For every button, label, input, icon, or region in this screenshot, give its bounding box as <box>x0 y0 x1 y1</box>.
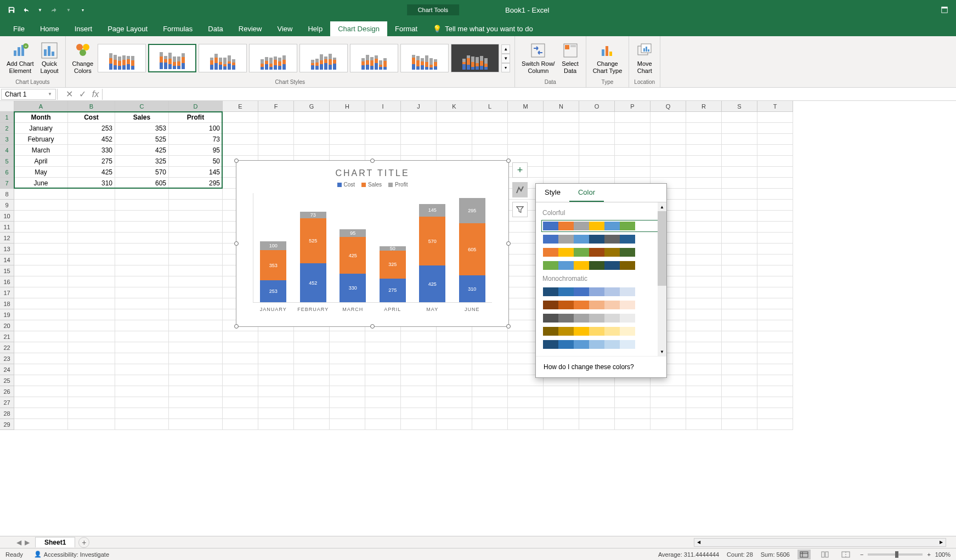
cell-B9[interactable] <box>68 200 115 211</box>
cell-G23[interactable] <box>294 353 330 364</box>
cell-A24[interactable] <box>14 364 68 375</box>
cell-R2[interactable] <box>686 123 722 134</box>
tab-help[interactable]: Help <box>300 21 330 36</box>
cell-A23[interactable] <box>14 353 68 364</box>
cell-F2[interactable] <box>258 123 294 134</box>
cell-H22[interactable] <box>330 342 365 353</box>
cell-D16[interactable] <box>169 276 223 287</box>
cell-A29[interactable] <box>14 419 68 430</box>
cell-B25[interactable] <box>68 375 115 386</box>
tab-chart-design[interactable]: Chart Design <box>330 21 387 36</box>
cell-M1[interactable] <box>508 112 544 123</box>
col-header-F[interactable]: F <box>258 101 294 112</box>
cell-G21[interactable] <box>294 331 330 342</box>
cell-L21[interactable] <box>472 331 508 342</box>
cell-P6[interactable] <box>615 167 650 178</box>
cell-E22[interactable] <box>223 342 258 353</box>
cell-R5[interactable] <box>686 156 722 167</box>
cell-J3[interactable] <box>401 134 437 145</box>
cell-T4[interactable] <box>757 145 793 156</box>
cell-C27[interactable] <box>115 397 169 408</box>
cell-D28[interactable] <box>169 408 223 419</box>
cell-C28[interactable] <box>115 408 169 419</box>
col-header-J[interactable]: J <box>401 101 437 112</box>
cell-A10[interactable] <box>14 211 68 222</box>
chart-styles-button[interactable] <box>512 182 528 197</box>
cell-C17[interactable] <box>115 287 169 298</box>
cell-Q27[interactable] <box>650 397 686 408</box>
chart-elements-button[interactable]: + <box>512 162 528 178</box>
resize-handle-tr[interactable] <box>506 159 511 163</box>
select-all-cells[interactable] <box>0 101 14 112</box>
cell-S22[interactable] <box>722 342 757 353</box>
cell-F26[interactable] <box>258 386 294 397</box>
formula-input[interactable] <box>102 89 956 100</box>
cell-R4[interactable] <box>686 145 722 156</box>
bar-sales-0[interactable]: 353 <box>260 250 286 280</box>
row-header-14[interactable]: 14 <box>0 254 14 265</box>
cell-B2[interactable]: 253 <box>68 123 115 134</box>
bar-profit-3[interactable]: 50 <box>380 246 406 251</box>
cell-P1[interactable] <box>615 112 650 123</box>
cell-R16[interactable] <box>686 276 722 287</box>
color-scheme-colorful-2[interactable] <box>541 246 661 258</box>
cell-H24[interactable] <box>330 364 365 375</box>
cell-N26[interactable] <box>544 386 579 397</box>
flyout-help-link[interactable]: How do I change these colors? <box>536 356 666 377</box>
cell-D3[interactable]: 73 <box>169 134 223 145</box>
cell-D29[interactable] <box>169 419 223 430</box>
cell-H21[interactable] <box>330 331 365 342</box>
cell-D20[interactable] <box>169 320 223 331</box>
cell-L23[interactable] <box>472 353 508 364</box>
cell-K23[interactable] <box>437 353 472 364</box>
col-header-N[interactable]: N <box>544 101 579 112</box>
row-header-17[interactable]: 17 <box>0 287 14 298</box>
cell-T29[interactable] <box>757 419 793 430</box>
styles-scroll-down[interactable]: ▼ <box>501 54 510 63</box>
hscroll-track[interactable] <box>703 539 937 546</box>
row-header-16[interactable]: 16 <box>0 276 14 287</box>
cell-D11[interactable] <box>169 222 223 233</box>
cell-B5[interactable]: 275 <box>68 156 115 167</box>
qat-customize[interactable]: ▾ <box>77 4 89 16</box>
cell-G29[interactable] <box>294 419 330 430</box>
cell-C13[interactable] <box>115 244 169 254</box>
cell-H23[interactable] <box>330 353 365 364</box>
cell-N28[interactable] <box>544 408 579 419</box>
bar-cost-5[interactable]: 310 <box>459 275 485 302</box>
cell-O3[interactable] <box>579 134 615 145</box>
cell-B14[interactable] <box>68 254 115 265</box>
cell-F3[interactable] <box>258 134 294 145</box>
row-header-5[interactable]: 5 <box>0 156 14 167</box>
cell-A12[interactable] <box>14 233 68 244</box>
redo-dropdown[interactable]: ▼ <box>63 4 75 16</box>
row-header-12[interactable]: 12 <box>0 233 14 244</box>
cell-K24[interactable] <box>437 364 472 375</box>
row-header-25[interactable]: 25 <box>0 375 14 386</box>
cell-L2[interactable] <box>472 123 508 134</box>
cell-C15[interactable] <box>115 265 169 276</box>
cell-L3[interactable] <box>472 134 508 145</box>
col-header-I[interactable]: I <box>365 101 401 112</box>
cell-Q6[interactable] <box>650 167 686 178</box>
cell-B1[interactable]: Cost <box>68 112 115 123</box>
cell-G2[interactable] <box>294 123 330 134</box>
cell-P26[interactable] <box>615 386 650 397</box>
row-header-4[interactable]: 4 <box>0 145 14 156</box>
cell-J29[interactable] <box>401 419 437 430</box>
cell-D2[interactable]: 100 <box>169 123 223 134</box>
chart-style-2[interactable] <box>148 44 196 72</box>
cell-E26[interactable] <box>223 386 258 397</box>
row-header-20[interactable]: 20 <box>0 320 14 331</box>
cell-M26[interactable] <box>508 386 544 397</box>
cell-I28[interactable] <box>365 408 401 419</box>
cell-F27[interactable] <box>258 397 294 408</box>
color-scheme-colorful-1[interactable] <box>541 233 661 245</box>
chart-style-6[interactable] <box>350 44 398 72</box>
cell-D17[interactable] <box>169 287 223 298</box>
tab-file[interactable]: File <box>5 21 32 36</box>
zoom-level[interactable]: 100% <box>935 551 951 558</box>
color-scheme-colorful-0[interactable] <box>541 220 661 232</box>
cell-M29[interactable] <box>508 419 544 430</box>
col-header-T[interactable]: T <box>757 101 793 112</box>
